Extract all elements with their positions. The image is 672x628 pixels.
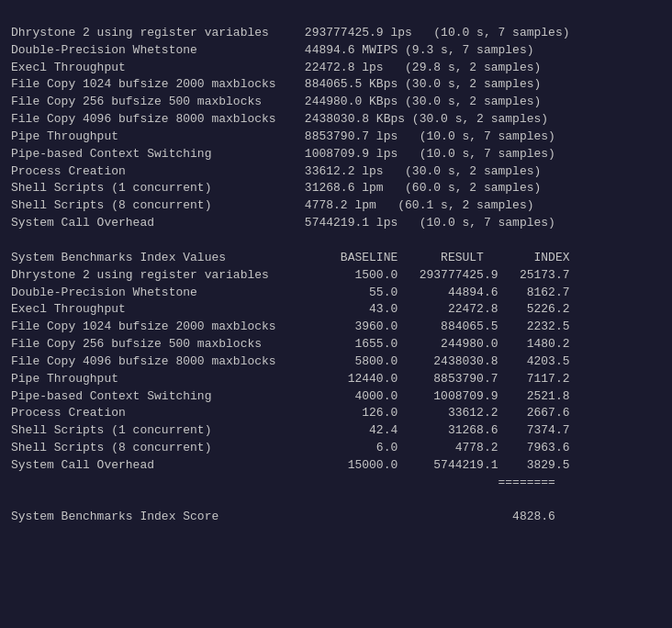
- table-row: Pipe Throughput 12440.0 8853790.7 7117.2: [11, 371, 661, 388]
- benchmark-row: File Copy 4096 bufsize 8000 maxblocks 24…: [11, 111, 661, 129]
- benchmark-row: Execl Throughput 22472.8 lps (29.8 s, 2 …: [11, 60, 661, 77]
- table-row: Dhrystone 2 using register variables 150…: [11, 267, 661, 285]
- benchmark-row: Pipe-based Context Switching 1008709.9 l…: [11, 146, 661, 163]
- benchmark-row: Shell Scripts (8 concurrent) 4778.2 lpm …: [11, 197, 661, 215]
- benchmark-row: File Copy 256 bufsize 500 maxblocks 2449…: [11, 94, 661, 111]
- table-header: System Benchmarks Index Values BASELINE …: [11, 250, 661, 267]
- table-row: System Call Overhead 15000.0 5744219.1 3…: [11, 457, 661, 475]
- table-row: Shell Scripts (8 concurrent) 6.0 4778.2 …: [11, 440, 661, 457]
- table-row: File Copy 4096 bufsize 8000 maxblocks 58…: [11, 353, 661, 371]
- benchmark-row: Dhrystone 2 using register variables 293…: [11, 25, 661, 42]
- benchmark-list: Dhrystone 2 using register variables 293…: [11, 25, 661, 232]
- table-row: File Copy 1024 bufsize 2000 maxblocks 39…: [11, 319, 661, 336]
- benchmark-row: System Call Overhead 5744219.1 lps (10.0…: [11, 215, 661, 232]
- index-table: System Benchmarks Index Values BASELINE …: [11, 250, 661, 527]
- terminal: Dhrystone 2 using register variables 293…: [11, 7, 661, 578]
- benchmark-row: Shell Scripts (1 concurrent) 31268.6 lpm…: [11, 180, 661, 197]
- benchmark-row: Pipe Throughput 8853790.7 lps (10.0 s, 7…: [11, 129, 661, 146]
- equals-divider: ========: [11, 475, 661, 492]
- benchmark-row: File Copy 1024 bufsize 2000 maxblocks 88…: [11, 76, 661, 94]
- benchmark-row: Process Creation 33612.2 lps (30.0 s, 2 …: [11, 163, 661, 181]
- table-row: Double-Precision Whetstone 55.0 44894.6 …: [11, 285, 661, 302]
- table-row: File Copy 256 bufsize 500 maxblocks 1655…: [11, 336, 661, 353]
- table-row: Execl Throughput 43.0 22472.8 5226.2: [11, 301, 661, 319]
- benchmark-row: Double-Precision Whetstone 44894.6 MWIPS…: [11, 42, 661, 60]
- table-row: Process Creation 126.0 33612.2 2667.6: [11, 405, 661, 422]
- table-row: Shell Scripts (1 concurrent) 42.4 31268.…: [11, 422, 661, 440]
- final-score-line: System Benchmarks Index Score 4828.6: [11, 509, 661, 526]
- table-row: Pipe-based Context Switching 4000.0 1008…: [11, 388, 661, 406]
